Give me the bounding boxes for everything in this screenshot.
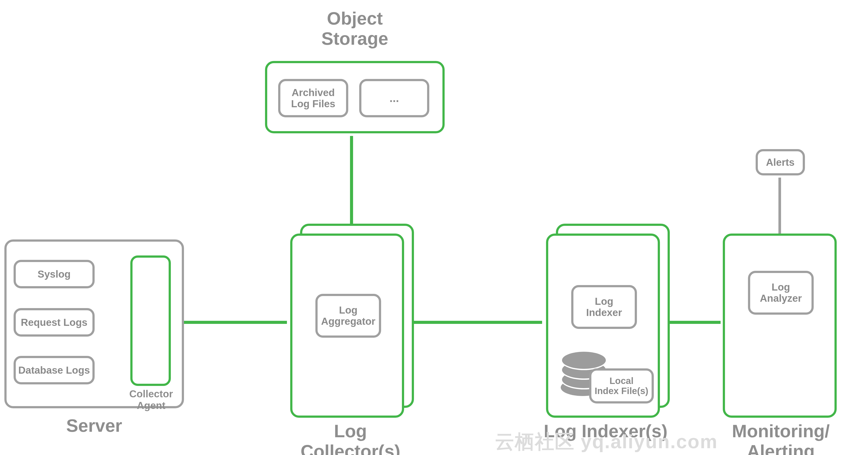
- alerts-pill: Alerts: [756, 149, 805, 175]
- log-aggregator: LogAggregator: [315, 294, 381, 338]
- watermark: 云栖社区 yq.aliyun.com: [495, 429, 718, 455]
- log-indexer: LogIndexer: [571, 285, 637, 329]
- object-storage-etc: ...: [359, 79, 429, 117]
- disk-icon: [561, 350, 607, 370]
- request-logs-pill: Request Logs: [13, 308, 95, 337]
- collector-agent-box: [130, 255, 171, 386]
- monitoring-box: [723, 233, 837, 418]
- title-server: Server: [33, 416, 156, 436]
- collector-agent-label: CollectorAgent: [118, 388, 184, 411]
- database-logs-pill: Database Logs: [13, 356, 95, 385]
- title-object-storage: ObjectStorage: [280, 8, 429, 49]
- diagram-stage: ObjectStorage ArchivedLog Files ... Sysl…: [0, 0, 868, 455]
- title-log-collectors: LogCollector(s): [276, 421, 425, 455]
- title-monitoring: Monitoring/Alerting: [703, 421, 859, 455]
- local-index-files: LocalIndex File(s): [589, 368, 654, 403]
- archived-log-files: ArchivedLog Files: [278, 79, 348, 117]
- log-analyzer: LogAnalyzer: [748, 271, 814, 315]
- syslog-pill: Syslog: [13, 260, 95, 288]
